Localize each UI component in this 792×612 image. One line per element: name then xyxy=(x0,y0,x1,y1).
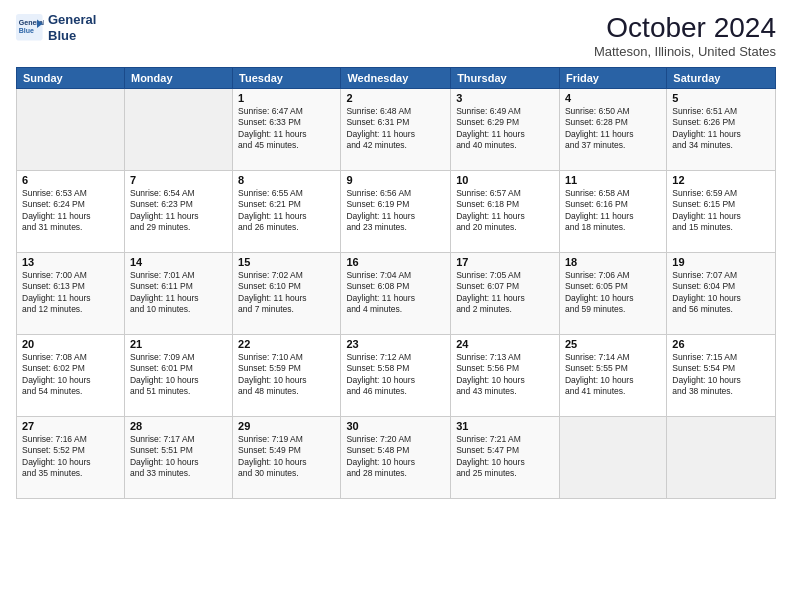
day-info: Sunrise: 7:02 AM Sunset: 6:10 PM Dayligh… xyxy=(238,270,335,316)
day-number: 23 xyxy=(346,338,445,350)
day-number: 28 xyxy=(130,420,227,432)
day-cell: 26Sunrise: 7:15 AM Sunset: 5:54 PM Dayli… xyxy=(667,335,776,417)
header-cell-wednesday: Wednesday xyxy=(341,68,451,89)
day-number: 18 xyxy=(565,256,661,268)
day-info: Sunrise: 7:07 AM Sunset: 6:04 PM Dayligh… xyxy=(672,270,770,316)
day-info: Sunrise: 7:20 AM Sunset: 5:48 PM Dayligh… xyxy=(346,434,445,480)
day-cell: 21Sunrise: 7:09 AM Sunset: 6:01 PM Dayli… xyxy=(124,335,232,417)
day-cell xyxy=(124,89,232,171)
day-number: 27 xyxy=(22,420,119,432)
day-info: Sunrise: 6:50 AM Sunset: 6:28 PM Dayligh… xyxy=(565,106,661,152)
day-cell: 16Sunrise: 7:04 AM Sunset: 6:08 PM Dayli… xyxy=(341,253,451,335)
day-cell: 15Sunrise: 7:02 AM Sunset: 6:10 PM Dayli… xyxy=(233,253,341,335)
day-cell: 1Sunrise: 6:47 AM Sunset: 6:33 PM Daylig… xyxy=(233,89,341,171)
day-cell xyxy=(17,89,125,171)
day-number: 14 xyxy=(130,256,227,268)
day-cell: 11Sunrise: 6:58 AM Sunset: 6:16 PM Dayli… xyxy=(559,171,666,253)
day-info: Sunrise: 7:13 AM Sunset: 5:56 PM Dayligh… xyxy=(456,352,554,398)
day-info: Sunrise: 7:05 AM Sunset: 6:07 PM Dayligh… xyxy=(456,270,554,316)
day-number: 13 xyxy=(22,256,119,268)
day-info: Sunrise: 7:00 AM Sunset: 6:13 PM Dayligh… xyxy=(22,270,119,316)
day-cell: 24Sunrise: 7:13 AM Sunset: 5:56 PM Dayli… xyxy=(451,335,560,417)
day-number: 6 xyxy=(22,174,119,186)
day-cell: 6Sunrise: 6:53 AM Sunset: 6:24 PM Daylig… xyxy=(17,171,125,253)
day-info: Sunrise: 6:55 AM Sunset: 6:21 PM Dayligh… xyxy=(238,188,335,234)
header-cell-tuesday: Tuesday xyxy=(233,68,341,89)
day-number: 17 xyxy=(456,256,554,268)
day-cell: 13Sunrise: 7:00 AM Sunset: 6:13 PM Dayli… xyxy=(17,253,125,335)
header-cell-thursday: Thursday xyxy=(451,68,560,89)
title-block: October 2024 Matteson, Illinois, United … xyxy=(594,12,776,59)
day-cell: 10Sunrise: 6:57 AM Sunset: 6:18 PM Dayli… xyxy=(451,171,560,253)
header-row: SundayMondayTuesdayWednesdayThursdayFrid… xyxy=(17,68,776,89)
day-number: 9 xyxy=(346,174,445,186)
page: General Blue General Blue October 2024 M… xyxy=(0,0,792,612)
day-info: Sunrise: 6:53 AM Sunset: 6:24 PM Dayligh… xyxy=(22,188,119,234)
calendar-subtitle: Matteson, Illinois, United States xyxy=(594,44,776,59)
day-info: Sunrise: 6:47 AM Sunset: 6:33 PM Dayligh… xyxy=(238,106,335,152)
day-cell: 31Sunrise: 7:21 AM Sunset: 5:47 PM Dayli… xyxy=(451,417,560,499)
header-cell-saturday: Saturday xyxy=(667,68,776,89)
day-info: Sunrise: 7:15 AM Sunset: 5:54 PM Dayligh… xyxy=(672,352,770,398)
day-number: 16 xyxy=(346,256,445,268)
header-cell-friday: Friday xyxy=(559,68,666,89)
day-info: Sunrise: 6:59 AM Sunset: 6:15 PM Dayligh… xyxy=(672,188,770,234)
day-info: Sunrise: 7:12 AM Sunset: 5:58 PM Dayligh… xyxy=(346,352,445,398)
day-cell: 19Sunrise: 7:07 AM Sunset: 6:04 PM Dayli… xyxy=(667,253,776,335)
day-info: Sunrise: 7:01 AM Sunset: 6:11 PM Dayligh… xyxy=(130,270,227,316)
logo-icon: General Blue xyxy=(16,14,44,42)
day-cell: 27Sunrise: 7:16 AM Sunset: 5:52 PM Dayli… xyxy=(17,417,125,499)
day-cell: 25Sunrise: 7:14 AM Sunset: 5:55 PM Dayli… xyxy=(559,335,666,417)
day-cell: 7Sunrise: 6:54 AM Sunset: 6:23 PM Daylig… xyxy=(124,171,232,253)
week-row-1: 6Sunrise: 6:53 AM Sunset: 6:24 PM Daylig… xyxy=(17,171,776,253)
week-row-0: 1Sunrise: 6:47 AM Sunset: 6:33 PM Daylig… xyxy=(17,89,776,171)
day-info: Sunrise: 7:19 AM Sunset: 5:49 PM Dayligh… xyxy=(238,434,335,480)
day-number: 3 xyxy=(456,92,554,104)
day-info: Sunrise: 7:10 AM Sunset: 5:59 PM Dayligh… xyxy=(238,352,335,398)
day-cell: 3Sunrise: 6:49 AM Sunset: 6:29 PM Daylig… xyxy=(451,89,560,171)
week-row-3: 20Sunrise: 7:08 AM Sunset: 6:02 PM Dayli… xyxy=(17,335,776,417)
calendar-title: October 2024 xyxy=(594,12,776,44)
day-number: 2 xyxy=(346,92,445,104)
logo-text-blue: Blue xyxy=(48,28,96,44)
day-number: 24 xyxy=(456,338,554,350)
day-cell: 22Sunrise: 7:10 AM Sunset: 5:59 PM Dayli… xyxy=(233,335,341,417)
day-number: 31 xyxy=(456,420,554,432)
day-cell xyxy=(559,417,666,499)
day-number: 30 xyxy=(346,420,445,432)
day-number: 22 xyxy=(238,338,335,350)
day-info: Sunrise: 6:54 AM Sunset: 6:23 PM Dayligh… xyxy=(130,188,227,234)
day-number: 20 xyxy=(22,338,119,350)
day-cell: 20Sunrise: 7:08 AM Sunset: 6:02 PM Dayli… xyxy=(17,335,125,417)
day-info: Sunrise: 6:48 AM Sunset: 6:31 PM Dayligh… xyxy=(346,106,445,152)
day-cell: 2Sunrise: 6:48 AM Sunset: 6:31 PM Daylig… xyxy=(341,89,451,171)
svg-text:Blue: Blue xyxy=(19,26,34,33)
header-cell-monday: Monday xyxy=(124,68,232,89)
header-cell-sunday: Sunday xyxy=(17,68,125,89)
logo-text-general: General xyxy=(48,12,96,28)
day-number: 19 xyxy=(672,256,770,268)
day-number: 12 xyxy=(672,174,770,186)
calendar-table: SundayMondayTuesdayWednesdayThursdayFrid… xyxy=(16,67,776,499)
week-row-4: 27Sunrise: 7:16 AM Sunset: 5:52 PM Dayli… xyxy=(17,417,776,499)
day-info: Sunrise: 7:14 AM Sunset: 5:55 PM Dayligh… xyxy=(565,352,661,398)
day-number: 21 xyxy=(130,338,227,350)
day-number: 11 xyxy=(565,174,661,186)
day-info: Sunrise: 6:56 AM Sunset: 6:19 PM Dayligh… xyxy=(346,188,445,234)
day-number: 10 xyxy=(456,174,554,186)
day-cell: 29Sunrise: 7:19 AM Sunset: 5:49 PM Dayli… xyxy=(233,417,341,499)
header: General Blue General Blue October 2024 M… xyxy=(16,12,776,59)
day-cell: 4Sunrise: 6:50 AM Sunset: 6:28 PM Daylig… xyxy=(559,89,666,171)
day-number: 4 xyxy=(565,92,661,104)
day-number: 29 xyxy=(238,420,335,432)
day-info: Sunrise: 7:21 AM Sunset: 5:47 PM Dayligh… xyxy=(456,434,554,480)
day-cell: 14Sunrise: 7:01 AM Sunset: 6:11 PM Dayli… xyxy=(124,253,232,335)
day-cell: 8Sunrise: 6:55 AM Sunset: 6:21 PM Daylig… xyxy=(233,171,341,253)
day-number: 1 xyxy=(238,92,335,104)
day-info: Sunrise: 6:49 AM Sunset: 6:29 PM Dayligh… xyxy=(456,106,554,152)
day-cell: 9Sunrise: 6:56 AM Sunset: 6:19 PM Daylig… xyxy=(341,171,451,253)
day-cell xyxy=(667,417,776,499)
day-cell: 5Sunrise: 6:51 AM Sunset: 6:26 PM Daylig… xyxy=(667,89,776,171)
day-number: 7 xyxy=(130,174,227,186)
day-info: Sunrise: 7:17 AM Sunset: 5:51 PM Dayligh… xyxy=(130,434,227,480)
